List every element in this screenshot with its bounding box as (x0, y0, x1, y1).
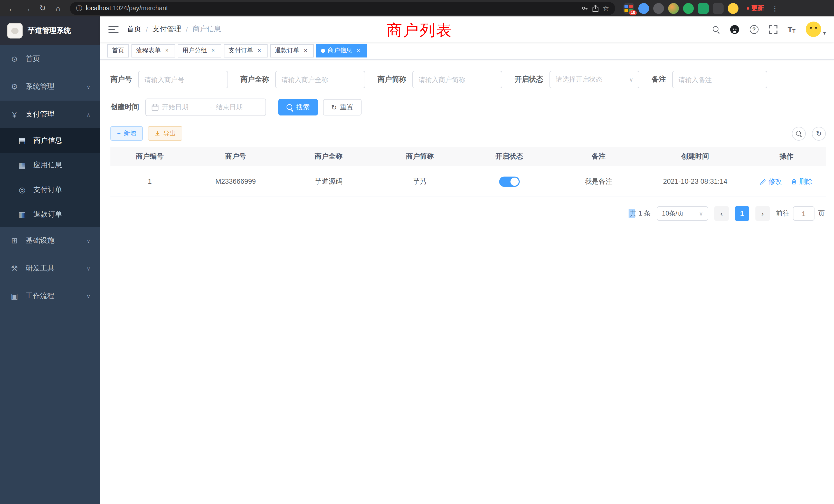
field-remark: 备注 (652, 71, 767, 88)
refresh-table-button[interactable]: ↻ (812, 127, 826, 140)
search-icon[interactable] (712, 26, 719, 32)
tab-refund-order[interactable]: 退款订单 × (270, 44, 314, 57)
goto-label: 前往 (776, 209, 789, 218)
breadcrumb-current: 商户信息 (193, 25, 221, 34)
cell-status (464, 166, 554, 197)
sidebar-item-pay-order[interactable]: ◎ 支付订单 (0, 178, 100, 202)
close-icon[interactable]: × (256, 47, 263, 54)
sidebar-item-system[interactable]: ⚙ 系统管理 ∨ (0, 73, 100, 100)
sidebar-logo[interactable]: 芋道管理系统 (0, 17, 100, 45)
tab-home[interactable]: 首页 (107, 44, 129, 57)
font-size-icon[interactable]: TT (788, 25, 795, 33)
sidebar-item-label: 支付管理 (26, 110, 80, 119)
plus-icon: + (117, 130, 121, 137)
date-range-picker[interactable]: 开始日期 - 结束日期 (145, 98, 266, 116)
page-size-select[interactable]: 10条/页 ∨ (657, 206, 708, 221)
merchant-no-input[interactable] (138, 71, 228, 88)
user-avatar[interactable]: ▾ (806, 22, 826, 37)
bookmark-star-icon[interactable]: ☆ (602, 4, 609, 12)
sidebar-item-merchant-info[interactable]: ▤ 商户信息 (0, 128, 100, 153)
extension-blue-icon[interactable] (638, 3, 649, 14)
reload-icon[interactable]: ↻ (36, 2, 49, 15)
cell-full-name: 芋道源码 (282, 166, 375, 197)
remark-input-field[interactable] (678, 76, 761, 84)
close-icon[interactable]: × (210, 47, 217, 54)
goto-page-input[interactable] (793, 206, 814, 221)
tab-pay-order[interactable]: 支付订单 × (224, 44, 267, 57)
sidebar-item-payment[interactable]: ¥ 支付管理 ∧ (0, 100, 100, 128)
url-text: localhost:1024/pay/merchant (86, 5, 168, 12)
breadcrumb-separator: / (186, 25, 188, 33)
close-icon[interactable]: × (163, 47, 171, 54)
tags-view-bar: 首页 流程表单 × 用户分组 × 支付订单 × (100, 42, 834, 60)
extension-green-square-icon[interactable] (698, 3, 709, 14)
reset-button[interactable]: ↻ 重置 (323, 99, 361, 115)
share-icon[interactable] (592, 4, 599, 12)
field-merchant-no: 商户号 (110, 71, 228, 88)
extension-dark-square-icon[interactable] (713, 3, 724, 14)
extension-dark-icon[interactable] (653, 3, 664, 14)
extension-grid-icon[interactable]: 10 (623, 3, 634, 14)
extension-avatar-icon[interactable] (668, 3, 679, 14)
prev-page-button[interactable]: ‹ (714, 206, 729, 221)
edit-label: 修改 (769, 177, 782, 186)
remark-input[interactable] (672, 71, 767, 88)
chevron-up-icon: ∧ (87, 112, 90, 117)
navbar-actions: ? TT ▾ (712, 22, 826, 37)
col-header-merchant-no: 商户号 (189, 147, 282, 166)
browser-menu-icon[interactable]: ⋮ (769, 4, 781, 12)
sidebar-item-dev-tools[interactable]: ⚒ 研发工具 ∨ (0, 255, 100, 282)
sidebar-item-infrastructure[interactable]: ⊞ 基础设施 ∨ (0, 227, 100, 255)
breadcrumb-home[interactable]: 首页 (127, 25, 141, 34)
add-button[interactable]: + 新增 (110, 126, 143, 141)
table-header-row: 商户编号 商户号 商户全称 商户简称 开启状态 备注 创建时间 操作 (110, 147, 826, 166)
delete-button[interactable]: 删除 (791, 177, 813, 186)
status-toggle[interactable] (499, 176, 520, 187)
select-placeholder: 请选择开启状态 (556, 75, 626, 84)
browser-home-icon[interactable]: ⌂ (51, 2, 65, 15)
field-label: 开启状态 (514, 75, 549, 84)
tab-process-form[interactable]: 流程表单 × (131, 44, 175, 57)
tab-label: 首页 (112, 46, 124, 55)
next-page-button[interactable]: › (755, 206, 770, 221)
forward-icon[interactable]: → (21, 2, 34, 15)
search-button[interactable]: 搜索 (278, 99, 318, 115)
edit-button[interactable]: 修改 (760, 177, 782, 186)
sidebar-item-refund-order[interactable]: ▥ 退款订单 (0, 202, 100, 227)
sidebar-item-app-info[interactable]: ▦ 应用信息 (0, 153, 100, 178)
close-icon[interactable]: × (355, 47, 362, 54)
extension-green-circle-icon[interactable] (683, 3, 694, 14)
tab-label: 用户分组 (182, 46, 207, 55)
url-host: localhost (86, 5, 111, 12)
total-count: 共 1 条 (630, 209, 651, 218)
github-icon[interactable] (729, 24, 739, 34)
sidebar-item-workflow[interactable]: ▣ 工作流程 ∨ (0, 282, 100, 310)
help-icon[interactable]: ? (749, 25, 758, 33)
site-info-icon[interactable]: ⓘ (76, 4, 82, 13)
short-name-input[interactable] (412, 71, 502, 88)
full-name-input-field[interactable] (281, 76, 359, 84)
export-button[interactable]: 导出 (148, 126, 182, 141)
hamburger-icon[interactable] (108, 25, 118, 33)
back-icon[interactable]: ← (5, 2, 19, 15)
breadcrumb-payment[interactable]: 支付管理 (153, 25, 181, 34)
password-key-icon[interactable] (581, 5, 589, 12)
browser-profile-avatar[interactable] (728, 3, 739, 14)
fullscreen-icon[interactable] (769, 25, 777, 33)
short-name-input-field[interactable] (419, 76, 496, 84)
export-button-label: 导出 (163, 129, 176, 138)
browser-update-button[interactable]: 更新 (744, 4, 767, 13)
tab-user-group[interactable]: 用户分组 × (178, 44, 221, 57)
tab-merchant-info[interactable]: 商户信息 × (316, 44, 367, 57)
merchant-no-input-field[interactable] (144, 76, 222, 84)
status-select[interactable]: 请选择开启状态 ∨ (549, 71, 639, 88)
chevron-down-icon: ∨ (87, 293, 90, 299)
sidebar-item-home[interactable]: ⊙ 首页 (0, 45, 100, 73)
close-icon[interactable]: × (302, 47, 309, 54)
browser-chrome: ← → ↻ ⌂ ⓘ localhost:1024/pay/merchant ☆ … (0, 0, 834, 17)
address-bar[interactable]: ⓘ localhost:1024/pay/merchant ☆ (70, 2, 615, 15)
full-name-input[interactable] (275, 71, 365, 88)
toggle-search-button[interactable] (792, 127, 806, 140)
col-header-id: 商户编号 (110, 147, 189, 166)
page-number-button[interactable]: 1 (735, 206, 749, 221)
